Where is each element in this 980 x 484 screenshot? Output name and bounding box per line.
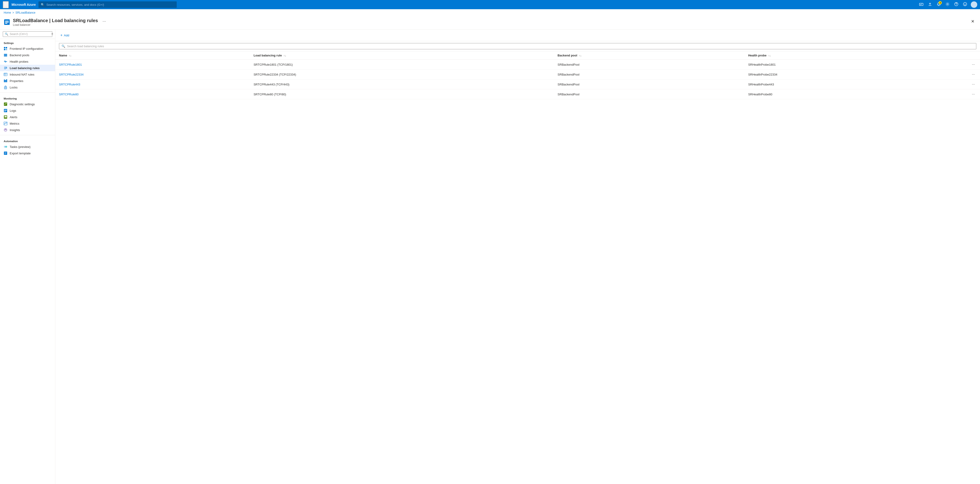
rule-name-link-3[interactable]: SRTCPRule80 bbox=[59, 92, 78, 96]
sidebar-section-monitoring: Monitoring bbox=[0, 94, 55, 101]
svg-rect-19 bbox=[4, 56, 7, 56]
content-search-input[interactable] bbox=[67, 45, 974, 48]
notifications-button[interactable]: 4 bbox=[935, 1, 943, 8]
content-area: + Add 🔍 Name ↑↓ bbox=[55, 29, 980, 484]
sidebar-search-input[interactable] bbox=[10, 32, 50, 36]
svg-point-42 bbox=[5, 130, 6, 131]
upload-button[interactable] bbox=[926, 1, 934, 8]
svg-rect-38 bbox=[6, 116, 6, 118]
sidebar-item-tasks[interactable]: Tasks (preview) bbox=[0, 143, 55, 150]
svg-rect-39 bbox=[6, 116, 7, 118]
sidebar-item-insights[interactable]: Insights bbox=[0, 127, 55, 133]
cell-probe-0: SRHealthProbe1801 bbox=[745, 60, 967, 70]
sidebar-item-diagnostic-settings[interactable]: Diagnostic settings bbox=[0, 101, 55, 107]
cell-actions-2: ··· bbox=[967, 80, 980, 89]
svg-point-8 bbox=[966, 4, 966, 4]
sidebar-item-frontend-ip[interactable]: Frontend IP configuration bbox=[0, 45, 55, 52]
logs-icon bbox=[4, 109, 7, 112]
content-search-icon: 🔍 bbox=[62, 45, 65, 48]
svg-rect-40 bbox=[4, 122, 7, 125]
table-body: SRTCPRule1801 SRTCPRule1801 (TCP/1801) S… bbox=[55, 60, 980, 99]
svg-rect-23 bbox=[4, 73, 7, 76]
table-row: SRTCPRule443 SRTCPRule443 (TCP/443) SRBa… bbox=[55, 80, 980, 89]
sidebar-item-inbound-nat-rules-label: Inbound NAT rules bbox=[10, 73, 34, 76]
breadcrumb-current-link[interactable]: SRLoadBalance bbox=[16, 11, 35, 14]
add-rule-button[interactable]: + Add bbox=[59, 32, 70, 38]
load-balancer-icon bbox=[4, 19, 10, 25]
col-header-backend[interactable]: Backend pool ↑↓ bbox=[554, 51, 745, 60]
user-avatar[interactable] bbox=[971, 2, 977, 8]
main-layout: 🔍 « Settings Frontend IP configuration B… bbox=[0, 29, 980, 484]
cell-backend-1: SRBackendPool bbox=[554, 70, 745, 80]
breadcrumb-home-link[interactable]: Home bbox=[4, 11, 11, 14]
sidebar-item-export-template[interactable]: Export template bbox=[0, 150, 55, 156]
col-header-rule[interactable]: Load balancing rule ↑↓ bbox=[250, 51, 554, 60]
col-header-probe[interactable]: Health probe ↑↓ bbox=[745, 51, 967, 60]
sidebar-section-automation: Automation bbox=[0, 137, 55, 143]
azure-logo: Microsoft Azure bbox=[11, 3, 36, 6]
sidebar-search-icon: 🔍 bbox=[5, 32, 8, 36]
svg-point-3 bbox=[947, 3, 948, 5]
page-more-button[interactable]: ··· bbox=[101, 18, 108, 25]
sidebar: 🔍 « Settings Frontend IP configuration B… bbox=[0, 29, 55, 484]
page-header-left: SRLoadBalance | Load balancing rules Loa… bbox=[4, 18, 108, 27]
row-more-button-0[interactable]: ··· bbox=[970, 62, 976, 67]
svg-point-7 bbox=[964, 4, 965, 4]
sidebar-item-locks[interactable]: Locks bbox=[0, 84, 55, 91]
sidebar-item-logs[interactable]: Logs bbox=[0, 107, 55, 114]
svg-rect-14 bbox=[6, 47, 7, 48]
global-search-input[interactable] bbox=[46, 3, 174, 6]
global-search-bar: 🔍 bbox=[38, 2, 177, 8]
settings-button[interactable] bbox=[943, 1, 951, 8]
svg-rect-28 bbox=[6, 79, 7, 82]
sidebar-item-metrics-label: Metrics bbox=[10, 122, 19, 125]
sidebar-item-properties-label: Properties bbox=[10, 79, 23, 83]
hamburger-menu-button[interactable]: ☰ bbox=[3, 1, 9, 8]
cell-rule-3: SRTCPRule80 (TCP/80) bbox=[250, 89, 554, 99]
table-header: Name ↑↓ Load balancing rule ↑↓ Backend p… bbox=[55, 51, 980, 60]
frontend-ip-icon bbox=[4, 47, 7, 51]
cell-name-3: SRTCPRule80 bbox=[55, 89, 250, 99]
svg-rect-11 bbox=[5, 22, 9, 22]
sidebar-item-health-probes[interactable]: Health probes bbox=[0, 58, 55, 65]
backend-pools-icon bbox=[4, 53, 7, 57]
rule-name-link-1[interactable]: SRTCPRule22334 bbox=[59, 73, 84, 76]
sidebar-collapse-button[interactable]: « bbox=[51, 32, 53, 35]
sidebar-item-frontend-ip-label: Frontend IP configuration bbox=[10, 47, 43, 51]
rule-name-link-2[interactable]: SRTCPRule443 bbox=[59, 83, 80, 86]
svg-point-30 bbox=[5, 88, 6, 88]
cell-name-2: SRTCPRule443 bbox=[55, 80, 250, 89]
page-subtitle: Load balancer bbox=[13, 23, 98, 27]
sidebar-item-alerts-label: Alerts bbox=[10, 115, 17, 119]
sidebar-item-metrics[interactable]: Metrics bbox=[0, 120, 55, 127]
col-header-name[interactable]: Name ↑↓ bbox=[55, 51, 250, 60]
rule-name-link-0[interactable]: SRTCPRule1801 bbox=[59, 63, 82, 66]
row-more-button-3[interactable]: ··· bbox=[970, 92, 976, 97]
svg-rect-16 bbox=[6, 49, 7, 50]
content-toolbar: + Add bbox=[55, 29, 980, 41]
sidebar-item-inbound-nat-rules[interactable]: Inbound NAT rules bbox=[0, 71, 55, 78]
content-search-bar: 🔍 bbox=[55, 41, 980, 51]
cell-actions-0: ··· bbox=[967, 60, 980, 70]
page-title: SRLoadBalance | Load balancing rules bbox=[13, 18, 98, 23]
sidebar-item-backend-pools[interactable]: Backend pools bbox=[0, 52, 55, 58]
cell-actions-1: ··· bbox=[967, 70, 980, 80]
sidebar-item-alerts[interactable]: Alerts bbox=[0, 114, 55, 120]
sidebar-section-settings: Settings bbox=[0, 39, 55, 45]
cloud-shell-button[interactable] bbox=[917, 1, 925, 8]
sidebar-item-properties[interactable]: Properties bbox=[0, 78, 55, 84]
content-search-container: 🔍 bbox=[59, 43, 976, 49]
cell-probe-2: SRHealthProbe443 bbox=[745, 80, 967, 89]
feedback-button[interactable] bbox=[961, 1, 969, 8]
metrics-icon bbox=[4, 122, 7, 125]
row-more-button-2[interactable]: ··· bbox=[970, 82, 976, 87]
sidebar-item-load-balancing-rules[interactable]: Load balancing rules bbox=[0, 65, 55, 71]
page-close-button[interactable]: ✕ bbox=[969, 18, 976, 25]
rule-sort-icon: ↑↓ bbox=[283, 54, 286, 57]
help-button[interactable] bbox=[952, 1, 960, 8]
sidebar-item-load-balancing-rules-label: Load balancing rules bbox=[10, 66, 40, 70]
svg-rect-10 bbox=[5, 21, 9, 21]
notification-badge: 4 bbox=[939, 1, 942, 5]
col-header-actions bbox=[967, 51, 980, 60]
row-more-button-1[interactable]: ··· bbox=[970, 72, 976, 77]
